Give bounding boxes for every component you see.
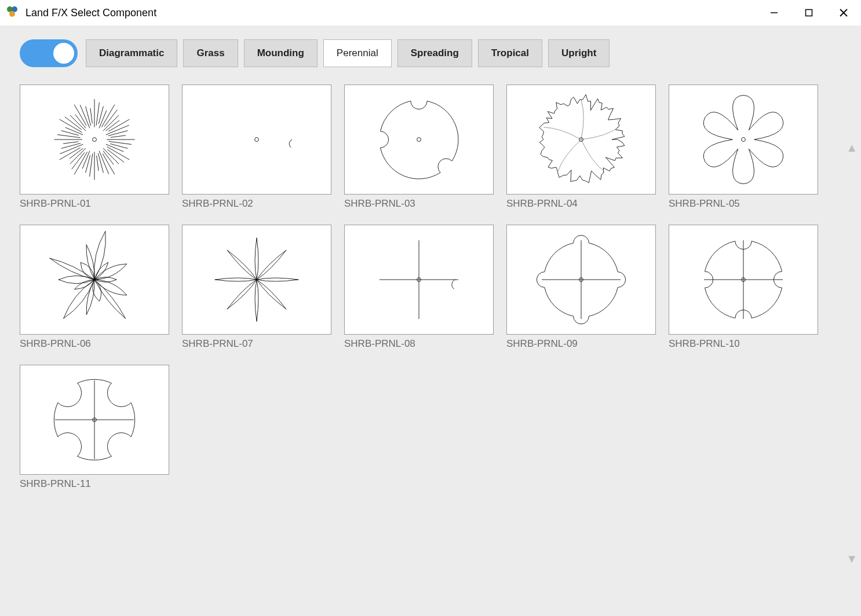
component-thumbnail xyxy=(669,85,818,195)
component-thumbnail xyxy=(20,85,169,195)
plant-symbol-icon xyxy=(42,90,147,189)
component-thumbnail xyxy=(20,365,169,475)
svg-line-42 xyxy=(98,107,103,124)
svg-line-15 xyxy=(97,156,98,171)
svg-line-33 xyxy=(65,117,82,130)
component-label: SHRB-PRNL-04 xyxy=(506,198,656,210)
tab-grass[interactable]: Grass xyxy=(183,39,238,67)
plant-symbol-icon xyxy=(691,230,796,329)
svg-line-9 xyxy=(107,149,124,162)
window-controls xyxy=(757,0,861,25)
svg-point-56 xyxy=(742,138,746,142)
component-item[interactable]: SHRB-PRNL-07 xyxy=(182,225,331,350)
component-thumbnail xyxy=(20,225,169,335)
plant-symbol-icon xyxy=(42,371,147,469)
component-label: SHRB-PRNL-09 xyxy=(506,338,656,350)
view-toggle[interactable] xyxy=(20,39,78,67)
component-item[interactable]: SHRB-PRNL-09 xyxy=(506,225,656,350)
window-title: Land F/X Select Component xyxy=(25,7,156,19)
plant-symbol-icon xyxy=(529,90,633,189)
svg-line-34 xyxy=(70,115,86,131)
toolbar: DiagrammaticGrassMoundingPerennialSpread… xyxy=(20,39,847,67)
scroll-up-arrow[interactable]: ▲ xyxy=(846,141,858,155)
component-item[interactable]: SHRB-PRNL-05 xyxy=(669,85,818,210)
component-thumbnail xyxy=(669,225,818,335)
component-grid: SHRB-PRNL-01SHRB-PRNL-02SHRB-PRNL-03SHRB… xyxy=(20,85,831,490)
svg-line-41 xyxy=(96,102,99,126)
tab-tropical[interactable]: Tropical xyxy=(478,39,542,67)
svg-line-10 xyxy=(103,148,119,164)
component-label: SHRB-PRNL-03 xyxy=(344,198,494,210)
component-label: SHRB-PRNL-08 xyxy=(344,338,494,350)
svg-line-5 xyxy=(108,141,132,144)
plant-symbol-icon xyxy=(367,230,471,329)
minimize-icon xyxy=(770,9,778,17)
svg-line-17 xyxy=(90,153,93,177)
window-body: DiagrammaticGrassMoundingPerennialSpread… xyxy=(0,25,861,616)
select-component-window: Land F/X Select Component DiagrammaticGr… xyxy=(0,0,861,616)
component-label: SHRB-PRNL-05 xyxy=(669,198,818,210)
svg-line-22 xyxy=(70,148,86,164)
component-item[interactable]: SHRB-PRNL-03 xyxy=(344,85,494,210)
svg-rect-1 xyxy=(806,10,812,16)
tab-mounding[interactable]: Mounding xyxy=(244,39,318,67)
minimize-button[interactable] xyxy=(757,0,791,25)
svg-line-26 xyxy=(61,143,81,148)
svg-line-45 xyxy=(104,110,117,127)
component-item[interactable]: SHRB-PRNL-06 xyxy=(20,225,169,350)
svg-line-50 xyxy=(108,131,128,136)
tab-diagrammatic[interactable]: Diagrammatic xyxy=(86,39,177,67)
component-thumbnail xyxy=(182,225,331,335)
svg-line-14 xyxy=(98,153,103,173)
component-thumbnail xyxy=(344,225,494,335)
maximize-icon xyxy=(805,9,813,17)
svg-line-39 xyxy=(90,108,92,123)
close-icon xyxy=(839,8,848,17)
tab-perennial[interactable]: Perennial xyxy=(323,39,392,67)
component-label: SHRB-PRNL-02 xyxy=(182,198,331,210)
scroll-down-arrow[interactable]: ▼ xyxy=(846,552,858,566)
svg-line-29 xyxy=(57,135,81,138)
plant-symbol-icon xyxy=(529,230,633,329)
app-icon xyxy=(7,6,20,19)
svg-line-21 xyxy=(72,152,85,169)
component-item[interactable]: SHRB-PRNL-04 xyxy=(506,85,656,210)
maximize-button[interactable] xyxy=(791,0,826,25)
category-tabs: DiagrammaticGrassMoundingPerennialSpread… xyxy=(86,39,610,67)
component-item[interactable]: SHRB-PRNL-02 xyxy=(182,85,331,210)
titlebar: Land F/X Select Component xyxy=(0,0,861,25)
component-item[interactable]: SHRB-PRNL-08 xyxy=(344,225,494,350)
svg-line-51 xyxy=(111,135,126,137)
svg-point-52 xyxy=(93,138,97,142)
svg-line-46 xyxy=(103,115,119,131)
svg-line-18 xyxy=(86,155,90,173)
component-label: SHRB-PRNL-10 xyxy=(669,338,818,350)
svg-point-53 xyxy=(255,138,259,142)
component-item[interactable]: SHRB-PRNL-10 xyxy=(669,225,818,350)
svg-line-6 xyxy=(110,144,127,148)
plant-symbol-icon xyxy=(42,230,147,329)
tab-upright[interactable]: Upright xyxy=(548,39,610,67)
component-label: SHRB-PRNL-07 xyxy=(182,338,331,350)
plant-symbol-icon xyxy=(691,90,796,189)
component-label: SHRB-PRNL-11 xyxy=(20,478,169,490)
component-label: SHRB-PRNL-01 xyxy=(20,198,169,210)
svg-line-30 xyxy=(61,131,79,135)
component-thumbnail xyxy=(344,85,494,195)
svg-line-38 xyxy=(86,107,91,126)
svg-line-27 xyxy=(63,142,78,144)
component-item[interactable]: SHRB-PRNL-11 xyxy=(20,365,169,490)
close-button[interactable] xyxy=(826,0,861,25)
plant-symbol-icon xyxy=(367,90,471,189)
tab-spreading[interactable]: Spreading xyxy=(397,39,472,67)
plant-symbol-icon xyxy=(205,230,309,329)
component-thumbnail xyxy=(506,225,656,335)
component-item[interactable]: SHRB-PRNL-01 xyxy=(20,85,169,210)
component-label: SHRB-PRNL-06 xyxy=(20,338,169,350)
component-thumbnail xyxy=(506,85,656,195)
plant-symbol-icon xyxy=(205,90,309,189)
toggle-knob xyxy=(53,43,74,64)
component-thumbnail xyxy=(182,85,331,195)
svg-point-54 xyxy=(417,138,421,142)
